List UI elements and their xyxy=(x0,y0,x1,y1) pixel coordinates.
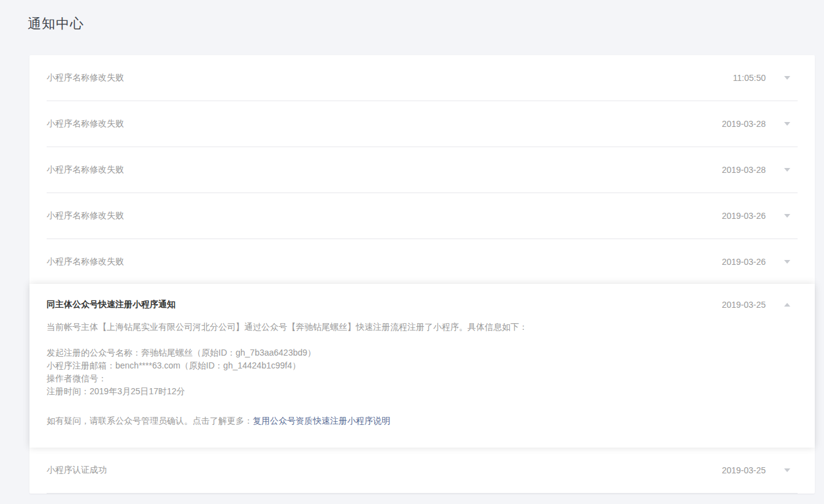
quick-register-help-link[interactable]: 复用公众号资质快速注册小程序说明 xyxy=(253,416,390,426)
page-title: 通知中心 xyxy=(0,0,824,33)
notification-row-right: 2019-03-26 xyxy=(722,211,798,221)
detail-line-account-name: 发起注册的公众号名称：奔驰钻尾螺丝（原始ID：gh_7b3aa6423bd9） xyxy=(47,346,798,359)
notification-title: 小程序认证成功 xyxy=(47,465,107,476)
notification-date: 11:05:50 xyxy=(733,73,766,83)
chevron-down-icon[interactable] xyxy=(784,214,790,218)
notification-date: 2019-03-28 xyxy=(722,165,766,175)
notification-row[interactable]: 小程序名称修改失败 2019-03-28 xyxy=(47,101,798,147)
chevron-down-icon[interactable] xyxy=(784,122,790,126)
notification-title: 小程序名称修改失败 xyxy=(47,164,124,175)
notification-row-right: 2019-03-28 xyxy=(722,165,798,175)
chevron-down-icon[interactable] xyxy=(784,168,790,172)
notification-title: 小程序名称修改失败 xyxy=(47,256,124,267)
notification-row-right: 2019-03-25 xyxy=(722,300,798,310)
detail-line-operator-wechat: 操作者微信号： xyxy=(47,372,798,385)
detail-line-register-email: 小程序注册邮箱：bench****63.com（原始ID：gh_14424b1c… xyxy=(47,359,798,372)
notification-row-right: 2019-03-28 xyxy=(722,119,798,129)
notification-row-right: 2019-03-26 xyxy=(722,257,798,267)
notification-date: 2019-03-26 xyxy=(722,257,766,267)
chevron-down-icon[interactable] xyxy=(784,260,790,264)
notification-title: 小程序名称修改失败 xyxy=(47,118,124,129)
notification-row-right: 2019-03-25 xyxy=(722,465,798,475)
notification-row[interactable]: 小程序名称修改失败 2019-03-28 xyxy=(47,147,798,193)
notification-title: 小程序名称修改失败 xyxy=(47,72,124,83)
notification-title: 小程序名称修改失败 xyxy=(47,210,124,221)
chevron-up-icon[interactable] xyxy=(784,303,790,307)
footer-text: 如有疑问，请联系公众号管理员确认。点击了解更多： xyxy=(47,416,253,426)
notification-date: 2019-03-25 xyxy=(722,300,766,310)
notification-date: 2019-03-28 xyxy=(722,119,766,129)
notification-list: 小程序名称修改失败 11:05:50 小程序名称修改失败 2019-03-28 … xyxy=(29,55,815,494)
notification-body: 当前帐号主体【上海钻尾实业有限公司河北分公司】通过公众号【奔驰钻尾螺丝】快速注册… xyxy=(47,321,798,427)
notification-row-expanded: 同主体公众号快速注册小程序通知 2019-03-25 当前帐号主体【上海钻尾实业… xyxy=(29,284,815,448)
detail-line-register-time: 注册时间：2019年3月25日17时12分 xyxy=(47,385,798,398)
notification-details: 发起注册的公众号名称：奔驰钻尾螺丝（原始ID：gh_7b3aa6423bd9） … xyxy=(47,346,798,398)
notification-row[interactable]: 小程序认证成功 2019-03-25 xyxy=(47,448,798,494)
notification-title: 同主体公众号快速注册小程序通知 xyxy=(47,299,175,310)
notification-footer: 如有疑问，请联系公众号管理员确认。点击了解更多：复用公众号资质快速注册小程序说明 xyxy=(47,414,798,427)
notification-row[interactable]: 小程序名称修改失败 2019-03-26 xyxy=(47,239,798,284)
notification-intro: 当前帐号主体【上海钻尾实业有限公司河北分公司】通过公众号【奔驰钻尾螺丝】快速注册… xyxy=(47,321,798,334)
notification-row[interactable]: 小程序名称修改失败 2019-03-26 xyxy=(47,193,798,239)
chevron-down-icon[interactable] xyxy=(784,468,790,472)
chevron-down-icon[interactable] xyxy=(784,76,790,80)
notification-row[interactable]: 小程序名称修改失败 11:05:50 xyxy=(47,55,798,101)
notification-center-page: 通知中心 小程序名称修改失败 11:05:50 小程序名称修改失败 2019-0… xyxy=(0,0,824,504)
expanded-notification-header[interactable]: 同主体公众号快速注册小程序通知 2019-03-25 xyxy=(47,299,798,310)
notification-row-right: 11:05:50 xyxy=(733,73,798,83)
notification-date: 2019-03-25 xyxy=(722,465,766,475)
notification-date: 2019-03-26 xyxy=(722,211,766,221)
